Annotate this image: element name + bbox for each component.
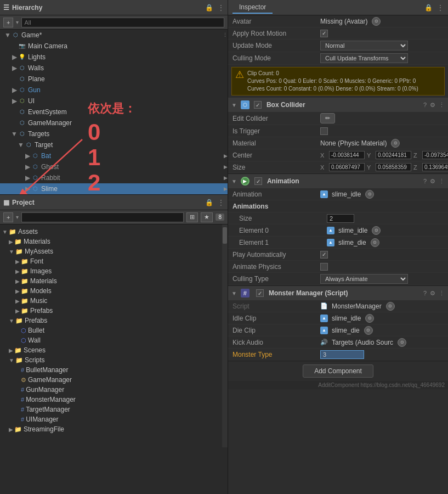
- center-y-input[interactable]: [376, 151, 411, 159]
- box-collider-toggle-icon[interactable]: ⬡: [241, 100, 249, 109]
- project-streamingfile[interactable]: ▶ 📁 StreamingFile: [0, 424, 222, 434]
- hierarchy-item-targets[interactable]: ▼ ⬡ Targets: [0, 128, 228, 139]
- element1-target[interactable]: ⊙: [371, 238, 379, 247]
- animation-enable-checkbox[interactable]: [254, 177, 262, 185]
- center-z-input[interactable]: [422, 151, 448, 159]
- play-auto-value: [320, 251, 444, 259]
- project-scripts[interactable]: ▼ 📁 Scripts: [0, 355, 222, 365]
- box-collider-more-icon[interactable]: ⋮: [439, 102, 445, 109]
- size-z-input[interactable]: [422, 163, 448, 171]
- box-collider-enable-checkbox[interactable]: [254, 101, 262, 109]
- apply-root-motion-checkbox[interactable]: [320, 30, 328, 37]
- edit-collider-button[interactable]: ✏: [320, 113, 335, 124]
- play-auto-checkbox[interactable]: [320, 251, 328, 259]
- hierarchy-item-ui[interactable]: ▶ ⬡ UI: [0, 96, 228, 106]
- project-myassets[interactable]: ▼ 📁 MyAssets: [0, 246, 222, 256]
- add-project-button[interactable]: +: [3, 212, 13, 222]
- anim-size-input[interactable]: [327, 214, 354, 223]
- box-collider-arrow[interactable]: ▼: [231, 102, 237, 108]
- hierarchy-item-eventsystem[interactable]: ⬡ EventSystem: [0, 106, 228, 117]
- hierarchy-search-input[interactable]: [21, 18, 224, 27]
- mm-more-icon[interactable]: ⋮: [439, 290, 445, 297]
- hierarchy-item-target[interactable]: ▼ ⬡ Target: [0, 139, 228, 150]
- project-lock-icon[interactable]: 🔒: [205, 199, 213, 206]
- culling-type-select[interactable]: Always Animate: [320, 274, 408, 284]
- project-gunmanager[interactable]: # GunManager: [0, 385, 222, 395]
- mm-help-icon[interactable]: ?: [423, 290, 427, 297]
- element0-text: slime_idle: [338, 227, 367, 234]
- update-mode-select[interactable]: Normal: [320, 41, 408, 50]
- inspector-tab[interactable]: Inspector: [232, 2, 273, 14]
- project-wall[interactable]: ⬡ Wall: [0, 335, 222, 345]
- hierarchy-item-lights[interactable]: ▶ 💡 Lights: [0, 52, 228, 63]
- targetmanager-icon: #: [21, 406, 24, 413]
- hierarchy-item-rabbit[interactable]: ▶ ⬡ Rabbit ▶: [0, 172, 228, 183]
- animate-physics-checkbox[interactable]: [320, 263, 328, 271]
- mm-settings-icon[interactable]: ⚙: [430, 290, 435, 297]
- monster-manager-arrow[interactable]: ▼: [231, 290, 237, 296]
- die-clip-target[interactable]: ⊙: [364, 326, 373, 335]
- animation-arrow[interactable]: ▼: [231, 178, 237, 184]
- hierarchy-item-gun[interactable]: ▶ ⬡ Gun: [0, 85, 228, 96]
- size-xyz: X Y Z: [320, 163, 448, 171]
- project-music[interactable]: ▶ 📁 Music: [0, 296, 222, 306]
- hierarchy-item-main-camera[interactable]: 📷 Main Camera: [0, 41, 228, 52]
- animation-help-icon[interactable]: ?: [423, 178, 427, 185]
- avatar-target-btn[interactable]: ⊙: [372, 17, 381, 26]
- project-prefabs-sub[interactable]: ▶ 📁 Prefabs: [0, 306, 222, 316]
- add-hierarchy-button[interactable]: +: [3, 18, 13, 27]
- idle-clip-target[interactable]: ⊙: [365, 314, 374, 323]
- animation-settings-icon[interactable]: ⚙: [430, 178, 435, 185]
- hierarchy-item-walls[interactable]: ▶ ⬡ Walls: [0, 63, 228, 74]
- project-more-icon[interactable]: ⋮: [218, 199, 224, 206]
- kick-audio-target[interactable]: ⊙: [398, 338, 406, 347]
- box-collider-header: ▼ ⬡ Box Collider ? ⚙ ⋮: [228, 98, 448, 112]
- project-monstermanager[interactable]: # MonsterManager: [0, 395, 222, 405]
- is-trigger-checkbox[interactable]: [320, 127, 328, 135]
- script-target[interactable]: ⊙: [386, 302, 395, 311]
- project-uimanager[interactable]: # UIManager: [0, 414, 222, 424]
- hierarchy-item-game[interactable]: ▼ ⬡ Game* ⋮: [0, 30, 228, 41]
- size-y-input[interactable]: [376, 163, 411, 171]
- project-assets[interactable]: ▼ 📁 Assets: [0, 227, 222, 237]
- project-materials2[interactable]: ▶ 📁 Materials: [0, 276, 222, 286]
- animation-more-icon[interactable]: ⋮: [439, 178, 445, 185]
- project-star-button[interactable]: ★: [201, 212, 213, 222]
- project-images[interactable]: ▶ 📁 Images: [0, 266, 222, 276]
- element0-target[interactable]: ⊙: [372, 226, 381, 235]
- project-gamemanager-s[interactable]: ⚙ GameManager: [0, 375, 222, 385]
- box-collider-settings-icon[interactable]: ⚙: [430, 102, 435, 109]
- more-icon[interactable]: ⋮: [218, 4, 224, 12]
- culling-mode-select[interactable]: Cull Update Transforms: [320, 53, 408, 63]
- project-targetmanager[interactable]: # TargetManager: [0, 405, 222, 414]
- lock-icon[interactable]: 🔒: [205, 4, 213, 12]
- project-search-input[interactable]: [21, 212, 184, 222]
- hierarchy-item-ghost[interactable]: ▶ ⬡ Ghost ▶: [0, 161, 228, 172]
- hierarchy-item-gamemanager[interactable]: ⬡ GameManager: [0, 117, 228, 128]
- game-options-icon[interactable]: ⋮: [223, 32, 228, 38]
- monster-type-input[interactable]: [320, 350, 364, 359]
- project-prefabs-main[interactable]: ▼ 📁 Prefabs: [0, 316, 222, 325]
- center-x-input[interactable]: [329, 151, 365, 159]
- inspector-more-icon[interactable]: ⋮: [437, 4, 444, 12]
- project-models[interactable]: ▶ 📁 Models: [0, 286, 222, 296]
- project-filter-button[interactable]: ⊞: [186, 212, 198, 222]
- project-scrollbar[interactable]: [222, 224, 228, 447]
- box-collider-help-icon[interactable]: ?: [423, 102, 427, 109]
- project-scrollbar-thumb[interactable]: [223, 227, 227, 244]
- anim-clip-target[interactable]: ⊙: [365, 190, 374, 199]
- add-component-button[interactable]: Add Component: [303, 364, 373, 378]
- size-x-input[interactable]: [329, 163, 365, 171]
- hierarchy-item-slime[interactable]: ▶ ⬡ Slime ▶: [0, 183, 228, 194]
- project-materials1[interactable]: ▶ 📁 Materials: [0, 237, 222, 246]
- inspector-lock-icon[interactable]: 🔒: [424, 4, 433, 12]
- hierarchy-item-bat[interactable]: ▶ ⬡ Bat ▶: [0, 150, 228, 161]
- project-bullet[interactable]: ⬡ Bullet: [0, 325, 222, 335]
- project-bulletmanager[interactable]: # BulletManager: [0, 365, 222, 375]
- avatar-value: Missing (Avatar) ⊙: [320, 17, 444, 26]
- project-font[interactable]: ▶ 📁 Font: [0, 256, 222, 266]
- project-scenes[interactable]: ▶ 📁 Scenes: [0, 345, 222, 355]
- hierarchy-item-plane[interactable]: ⬡ Plane: [0, 74, 228, 85]
- material-target-btn[interactable]: ⊙: [391, 139, 400, 148]
- monster-manager-enable-checkbox[interactable]: [256, 289, 264, 297]
